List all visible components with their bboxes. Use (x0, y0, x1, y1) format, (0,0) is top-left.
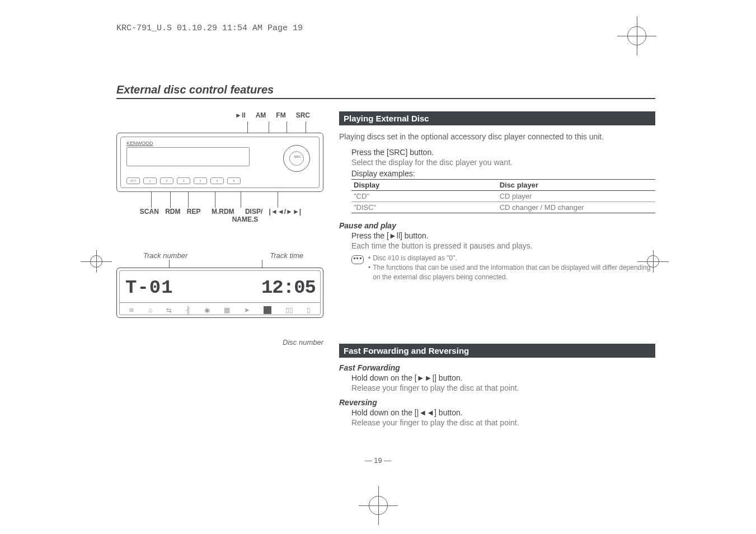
section-playing-external-disc: Playing External Disc (339, 111, 655, 125)
label-src: SRC (296, 111, 310, 119)
label-fm: FM (276, 111, 285, 119)
display-examples-table: Display Disc player "CD" CD player "DISC… (351, 179, 655, 213)
pause-and-play-head: Pause and play (339, 221, 655, 230)
lcd-track-number: T-01 (125, 278, 173, 297)
lcd-glyph-arrows: ⇆ (166, 306, 172, 314)
ff-sub: Release your finger to play the disc at … (351, 383, 655, 392)
rev-sub: Release your finger to play the disc at … (351, 418, 655, 427)
bottom-button-labels: SCAN RDM REP M.RDM DISP/ |◄◄/►►| NAME.S (116, 208, 323, 223)
disc-number-label: Disc number (116, 338, 323, 346)
lcd-glyph-bars2: ▯ (307, 306, 311, 314)
note-icon (351, 255, 364, 264)
imposition-header: KRC-791_U.S 01.10.29 11:54 AM Page 19 (116, 24, 655, 33)
fast-forwarding-head: Fast Forwarding (339, 363, 655, 372)
top-button-labels: ►ll AM FM SRC (116, 111, 323, 119)
title-rule (116, 98, 655, 99)
fp-btn-6: 6 (227, 177, 241, 184)
registration-mark-right (637, 254, 669, 269)
faceplate-src: SRC (294, 155, 301, 158)
label-mrdm: M.RDM (212, 208, 234, 216)
registration-mark-left (81, 254, 112, 269)
faceplate-screen (126, 147, 250, 166)
fp-btn-5: 5 (210, 177, 224, 184)
faceplate-knob (283, 145, 310, 172)
rev-step: Hold down on the [|◄◄] button. (351, 408, 655, 417)
lcd-glyph-grid: ▦ (224, 306, 230, 314)
note-item-2: •The functions that can be used and the … (368, 263, 655, 282)
fp-btn-1: 1 (143, 177, 157, 184)
registration-mark-bottom (369, 496, 388, 515)
cell-changer: CD changer / MD changer (497, 202, 655, 213)
table-header-disc-player: Disc player (497, 180, 655, 191)
lcd-glyph-eq: ⌂ (148, 306, 152, 314)
fp-btn-4: 4 (194, 177, 207, 184)
fp-btn-2: 2 (160, 177, 173, 184)
page-title: External disc control features (116, 83, 655, 96)
page-number: — 19 — (0, 456, 756, 465)
faceplate-diagram: KENWOOD SRC ATT 1 2 3 4 5 6 (116, 133, 323, 192)
cell-disc: "DISC" (351, 202, 497, 213)
table-row: "DISC" CD changer / MD changer (351, 202, 655, 213)
label-rdm: RDM (165, 208, 180, 216)
note-block: •Disc #10 is displayed as "0". •The func… (339, 254, 655, 282)
lcd-glyph-wave: ≋ (129, 306, 134, 314)
label-seek: |◄◄/►►| (269, 208, 302, 216)
pause-step: Press the [►ll] button. (351, 231, 655, 240)
left-column: ►ll AM FM SRC KENWOOD SRC ATT 1 (116, 111, 323, 429)
select-display-sub: Select the display for the disc player y… (351, 158, 655, 167)
label-playpause: ►ll (235, 111, 246, 119)
fp-btn-3: 3 (177, 177, 190, 184)
label-disp: DISP/ (245, 208, 262, 216)
note-item-1: •Disc #10 is displayed as "0". (368, 254, 655, 263)
lcd-diagram: T-01 12:05 ≋ ⌂ ⇆ ╢ ◉ ▦ ➤ ▯▯ ▯ (116, 268, 323, 318)
cell-cd-player: CD player (497, 191, 655, 202)
lcd-glyph-sep: ╢ (186, 306, 191, 314)
display-examples-label: Display examples: (351, 169, 655, 178)
ff-step: Hold down on the [►►|] button. (351, 373, 655, 382)
display-pointer-lines (116, 260, 323, 268)
lcd-glyph-send: ➤ (244, 306, 250, 314)
display-labels: Track number Track time (116, 251, 323, 260)
track-number-label: Track number (143, 251, 187, 260)
lcd-indicators: ≋ ⌂ ⇆ ╢ ◉ ▦ ➤ ▯▯ ▯ (120, 302, 320, 317)
faceplate-brand: KENWOOD (126, 140, 153, 146)
right-column: Playing External Disc Playing discs set … (339, 111, 655, 429)
table-row: "CD" CD player (351, 191, 655, 202)
pointer-lines-top (116, 121, 323, 133)
fp-btn-att: ATT (126, 177, 140, 184)
pointer-lines-bottom (116, 192, 323, 208)
lcd-glyph-flag (264, 306, 271, 314)
section-ff-rev: Fast Forwarding and Reversing (339, 344, 655, 358)
pause-sub: Each time the button is pressed it pause… (351, 241, 655, 250)
table-header-display: Display (351, 180, 497, 191)
faceplate-bottom-buttons: ATT 1 2 3 4 5 6 (126, 177, 241, 184)
lcd-glyph-bars: ▯▯ (285, 306, 293, 314)
reversing-head: Reversing (339, 398, 655, 407)
press-src-step: Press the [SRC] button. (351, 148, 655, 157)
playing-intro: Playing discs set in the optional access… (339, 131, 655, 142)
track-time-label: Track time (270, 251, 303, 260)
label-names: NAME.S (167, 216, 323, 223)
label-scan: SCAN (140, 208, 159, 216)
label-rep: REP (187, 208, 201, 216)
cell-cd: "CD" (351, 191, 497, 202)
lcd-glyph-disc: ◉ (204, 306, 210, 314)
lcd-track-time: 12:05 (261, 278, 316, 297)
registration-mark-top (627, 26, 646, 45)
label-am: AM (256, 111, 266, 119)
